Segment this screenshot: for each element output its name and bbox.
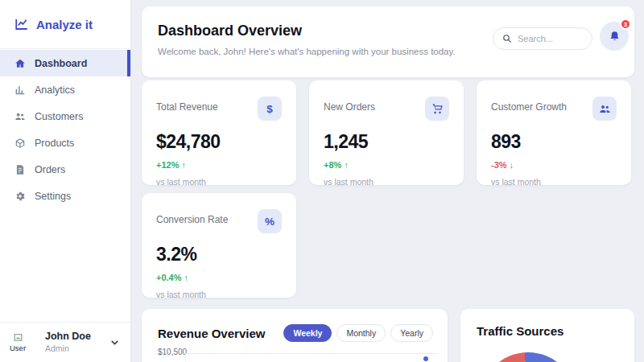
users-icon: [592, 97, 617, 121]
sidebar-item-dashboard[interactable]: Dashboard: [0, 50, 130, 76]
stat-card-conversion-rate: Conversion Rate % 3.2% +0.4% ↑ vs last m…: [142, 193, 296, 298]
sidebar-item-orders[interactable]: Orders: [0, 156, 130, 183]
search-icon: [502, 34, 512, 43]
arrow-up-icon: ↑: [344, 160, 349, 170]
stat-card-total-revenue: Total Revenue $ $24,780 +12% ↑ vs last m…: [142, 80, 296, 185]
bar-chart-icon: [14, 84, 26, 96]
revenue-card-header: Revenue Overview Weekly Monthly Yearly: [142, 309, 448, 342]
chart-line-icon: [14, 17, 29, 31]
sidebar-item-label: Customers: [35, 111, 83, 122]
sidebar-item-label: Dashboard: [35, 58, 87, 69]
home-icon: [14, 58, 26, 69]
sidebar: Analyze it Dashboard Analytics Customers…: [0, 0, 131, 362]
stat-card-top: Customer Growth: [491, 97, 617, 121]
stat-label: New Orders: [324, 97, 375, 113]
sidebar-nav: Dashboard Analytics Customers Products O…: [0, 49, 130, 209]
revenue-chart-area: [185, 353, 438, 362]
stat-trend: -3% ↓: [491, 160, 617, 170]
user-name: John Doe: [45, 331, 102, 343]
trend-value: +0.4%: [156, 273, 182, 282]
stat-card-customer-growth: Customer Growth 893 -3% ↓ vs last month: [477, 80, 631, 185]
bell-icon: [609, 31, 621, 43]
user-menu[interactable]: User John Doe Admin: [0, 322, 130, 362]
arrow-down-icon: ↓: [510, 160, 514, 170]
revenue-card-title: Revenue Overview: [158, 327, 265, 340]
avatar-alt-text: User: [10, 343, 26, 352]
stat-card-top: Total Revenue $: [156, 97, 282, 121]
stat-label: Total Revenue: [156, 97, 218, 113]
stat-note: vs last month: [324, 177, 449, 187]
sidebar-item-label: Orders: [35, 164, 65, 175]
stat-value: 3.2%: [156, 244, 282, 265]
stat-value: 1,245: [324, 131, 449, 153]
chevron-down-icon[interactable]: [109, 336, 121, 348]
search-box: [493, 27, 592, 50]
filter-weekly[interactable]: Weekly: [283, 324, 332, 342]
revenue-overview-card: Revenue Overview Weekly Monthly Yearly $…: [142, 309, 448, 362]
user-role: Admin: [45, 343, 102, 354]
stat-value: 893: [491, 131, 617, 153]
arrow-up-icon: ↑: [184, 273, 189, 282]
traffic-sources-card: Traffic Sources: [460, 309, 634, 362]
stat-note: vs last month: [491, 177, 617, 187]
period-filter: Weekly Monthly Yearly: [283, 324, 433, 342]
chart-data-point: [423, 356, 428, 361]
notification-badge: 3: [620, 19, 631, 30]
broken-image-icon: [10, 332, 23, 343]
search-input[interactable]: [518, 34, 583, 43]
trend-value: +8%: [324, 160, 341, 170]
sidebar-item-products[interactable]: Products: [0, 130, 130, 156]
stat-label: Conversion Rate: [156, 209, 228, 225]
cart-icon: [425, 97, 449, 121]
stat-trend: +0.4% ↑: [156, 273, 282, 282]
notifications-button[interactable]: 3: [600, 22, 629, 51]
app-logo: Analyze it: [0, 0, 130, 49]
percent-icon: %: [258, 209, 282, 233]
sidebar-item-label: Products: [35, 138, 74, 149]
arrow-up-icon: ↑: [182, 160, 187, 170]
avatar: User: [10, 327, 39, 359]
traffic-card-title: Traffic Sources: [460, 309, 634, 338]
dollar-icon: $: [258, 97, 282, 121]
sidebar-item-label: Settings: [35, 191, 71, 202]
sidebar-item-settings[interactable]: Settings: [0, 183, 130, 209]
filter-yearly[interactable]: Yearly: [390, 324, 433, 342]
traffic-pie-chart: [480, 352, 576, 362]
gear-icon: [14, 191, 26, 202]
trend-value: +12%: [156, 160, 179, 170]
users-icon: [14, 111, 26, 122]
stat-trend: +12% ↑: [156, 160, 282, 170]
header-card: Dashboard Overview Welcome back, John! H…: [142, 6, 634, 77]
stat-card-top: Conversion Rate %: [156, 209, 282, 233]
stat-note: vs last month: [156, 177, 282, 187]
sidebar-item-customers[interactable]: Customers: [0, 103, 130, 130]
app-name: Analyze it: [36, 18, 93, 31]
stat-card-new-orders: New Orders 1,245 +8% ↑ vs last month: [309, 80, 464, 185]
sidebar-item-label: Analytics: [35, 84, 75, 96]
invoice-icon: [14, 164, 26, 175]
stat-label: Customer Growth: [491, 97, 567, 113]
stat-trend: +8% ↑: [324, 160, 449, 170]
sidebar-item-analytics[interactable]: Analytics: [0, 76, 130, 103]
stat-value: $24,780: [156, 131, 282, 153]
filter-monthly[interactable]: Monthly: [336, 324, 386, 342]
stat-card-top: New Orders: [324, 97, 449, 121]
y-axis-tick: $10,500: [158, 348, 187, 356]
trend-value: -3%: [491, 160, 507, 170]
user-meta: John Doe Admin: [45, 331, 102, 354]
stat-note: vs last month: [156, 290, 282, 299]
box-icon: [14, 138, 26, 149]
